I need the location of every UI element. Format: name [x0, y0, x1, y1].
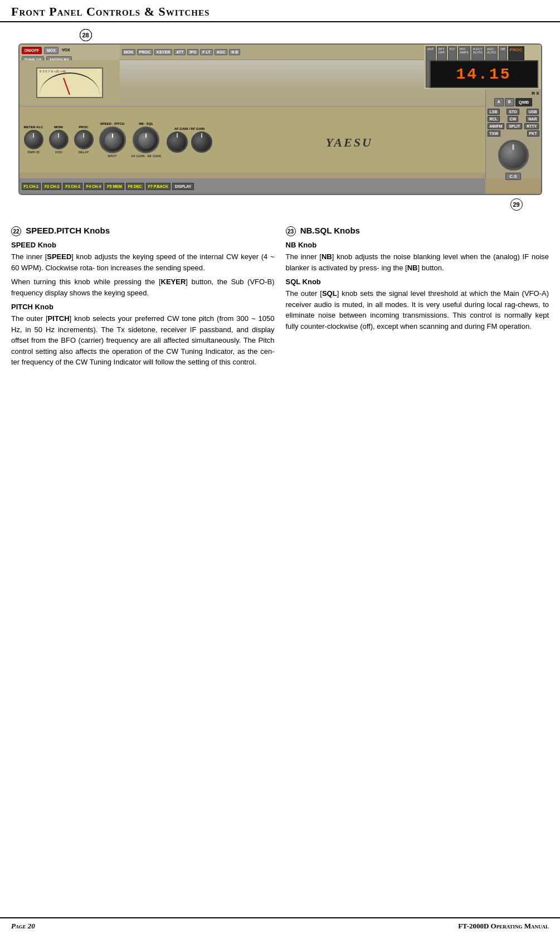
speed-pitch-knob-container	[99, 127, 126, 153]
knob-meter[interactable]	[24, 130, 43, 149]
callout-23-inline: 23	[286, 226, 296, 236]
knob-group-af-rf: AF GAIN / RF GAIN	[167, 127, 212, 153]
section-nb-sql: 23 NB.SQL Knobs NB Knob The inner [NB] k…	[286, 226, 549, 368]
usb-btn[interactable]: USB	[527, 109, 539, 115]
knob-proc-sub: DELAY	[78, 150, 89, 154]
keyer-btn[interactable]: KEYER	[154, 49, 172, 55]
nb-knob-para1: The inner [NB] knob adjusts the noise bl…	[286, 251, 549, 273]
sections-grid: 22 SPEED.PITCH Knobs SPEED Knob The inne…	[11, 226, 549, 368]
rf-gain-knob[interactable]	[191, 132, 212, 153]
meter-section: S 3 5 7 9 +20 +40	[20, 60, 120, 105]
main-knobs-area: METER ALC SWR ID MONI VOD PROC	[20, 106, 485, 173]
section-speed-pitch: 22 SPEED.PITCH Knobs SPEED Knob The inne…	[11, 226, 275, 368]
section-22-title: 22 SPEED.PITCH Knobs	[11, 226, 275, 236]
nar-btn[interactable]: NAR	[526, 116, 539, 122]
mox-btn[interactable]: MOX	[44, 47, 59, 54]
vox-label: VOX	[61, 47, 71, 54]
pitch-knob-para1: The outer [PITCH] knob selects your pref…	[11, 313, 275, 368]
speed-knob-title: SPEED Knob	[11, 241, 275, 249]
af-rf-label: AF GAIN / RF GAIN	[174, 127, 204, 130]
speed-knob-para2: When turning this knob while pressing th…	[11, 276, 275, 298]
fn3-btn[interactable]: F3 CH-3	[63, 183, 82, 190]
knob-moni-label: MONI	[54, 125, 63, 129]
fn2-btn[interactable]: F2 CH-2	[42, 183, 61, 190]
manual-title: FT-2000D Operating Manual	[458, 922, 549, 931]
meter-display: S 3 5 7 9 +20 +40	[36, 67, 103, 98]
vfo-tuning-section	[488, 140, 539, 171]
knob-moni[interactable]	[49, 130, 69, 149]
sql-knob-para1: The outer [SQL] knob sets the signal lev…	[286, 288, 549, 332]
section-23-label: NB.SQL Knobs	[300, 226, 360, 235]
pitch-knob-title: PITCH Knob	[11, 303, 275, 311]
section-22-label: SPEED.PITCH Knobs	[26, 226, 110, 235]
pkt-btn[interactable]: PKT	[527, 130, 539, 137]
mode-section: R X A B QMB LSB STO USB RCL CW NAR AM/FM…	[485, 89, 541, 178]
fn4-btn[interactable]: F4 CH-4	[84, 183, 103, 190]
frequency-display: 14.15	[430, 60, 538, 88]
rflt-btn[interactable]: F LT	[200, 49, 212, 55]
knob-meter-sub: SWR ID	[27, 150, 40, 154]
qmb-btn[interactable]: QMB	[515, 98, 533, 106]
rf-gain-knob-wrap	[191, 132, 212, 153]
knob-group-moni: MONI VOD	[49, 125, 69, 154]
rx-label: R X	[488, 91, 539, 96]
callout-28: 28	[80, 29, 92, 41]
knob-meter-label: METER ALC	[24, 125, 43, 129]
brand-name: YAESU	[218, 135, 481, 150]
page-title: Front Panel Controls & Switches	[11, 4, 549, 19]
spot-label: SPOT	[108, 154, 116, 158]
rcl-btn[interactable]: RCL	[488, 116, 500, 122]
lsb-btn[interactable]: LSB	[488, 109, 500, 115]
page-number: Page 20	[11, 922, 35, 931]
speed-label: SPEED · PITCH	[100, 122, 124, 125]
section-23-title: 23 NB.SQL Knobs	[286, 226, 549, 236]
nb-inner-knob[interactable]	[137, 131, 155, 149]
nb-btn-top[interactable]: N B	[229, 49, 240, 55]
mon-btn[interactable]: MON	[122, 49, 135, 55]
fn7-btn[interactable]: F7 P.BACK	[146, 183, 171, 190]
display-btn[interactable]: DISPLAY	[172, 183, 194, 190]
speed-inner-knob[interactable]	[104, 131, 121, 149]
af-gain-knob-wrap	[167, 132, 188, 153]
frequency-value: 14.15	[456, 66, 511, 83]
callout-29: 29	[510, 198, 523, 211]
knob-moni-sub: VOD	[55, 150, 62, 154]
onoff-btn[interactable]: ON/OFF	[22, 47, 42, 54]
radio-diagram: 24 25 26 27 28 MON PROC KEYER ATT IPO F …	[13, 28, 548, 212]
meter-arc	[40, 72, 100, 95]
cw-btn[interactable]: CW	[508, 116, 519, 122]
af-gain-label: AF GAIN · RF GAIN	[132, 154, 161, 158]
amfm-btn[interactable]: AM/FM	[488, 123, 505, 129]
cs-btn[interactable]: C.S	[505, 173, 520, 180]
nb-sql-knob-container	[133, 127, 159, 153]
proc-btn-top[interactable]: PROC	[137, 49, 153, 55]
mode-b-btn[interactable]: B	[505, 98, 514, 106]
knob-group-meter: METER ALC SWR ID	[24, 125, 43, 154]
nb-knob-title: NB Knob	[286, 241, 549, 249]
meter-scale: S 3 5 7 9 +20 +40	[40, 70, 66, 73]
rtty-btn[interactable]: RTTY	[524, 123, 539, 129]
knob-group-speed-pitch: SPEED · PITCH SPOT	[99, 122, 126, 158]
fn-buttons-row: F1 CH-1 F2 CH-2 F3 CH-3 F4 CH-4 F5 MEM F…	[20, 178, 485, 194]
txw-btn[interactable]: TXW	[488, 130, 501, 137]
main-content: 22 SPEED.PITCH Knobs SPEED Knob The inne…	[0, 212, 560, 373]
knob-proc[interactable]	[74, 130, 94, 149]
knob-proc-label: PROC	[79, 125, 88, 129]
sql-knob-title: SQL Knob	[286, 278, 549, 286]
page-header: Front Panel Controls & Switches	[0, 0, 560, 22]
af-gain-knob[interactable]	[167, 132, 188, 153]
att-btn[interactable]: ATT	[174, 49, 186, 55]
sto-btn[interactable]: STO	[507, 109, 519, 115]
speed-knob-para1: The inner [SPEED] knob adjusts the keyin…	[11, 251, 275, 273]
fn6-btn[interactable]: F6 DEC	[126, 183, 144, 190]
knob-group-nb-sql: NB · SQL AF GAIN · RF GAIN	[132, 122, 161, 158]
ipo-btn[interactable]: IPO	[187, 49, 198, 55]
split-btn[interactable]: SPLIT	[507, 123, 522, 129]
callout-22-inline: 22	[11, 226, 21, 236]
agc-btn[interactable]: AGC	[215, 49, 228, 55]
fn1-btn[interactable]: F1 CH-1	[22, 183, 41, 190]
mode-a-btn[interactable]: A	[494, 98, 504, 106]
fn5-btn[interactable]: F5 MEM	[105, 183, 124, 190]
vfo-knob[interactable]	[498, 140, 529, 171]
page-footer: Page 20 FT-2000D Operating Manual	[0, 917, 560, 934]
